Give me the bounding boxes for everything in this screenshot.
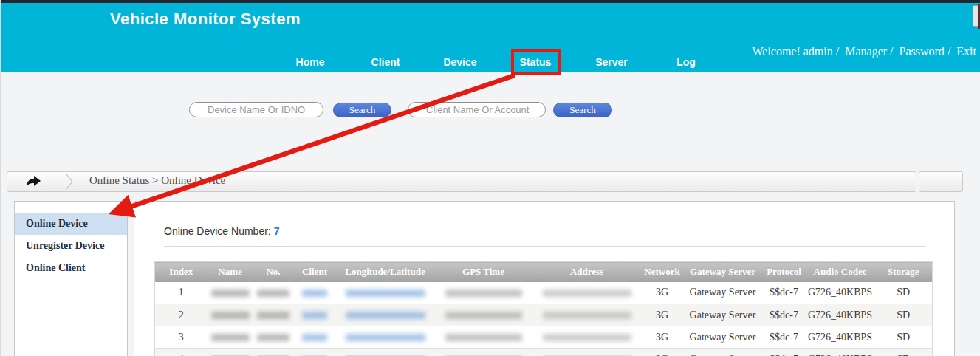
col-header-client: Client [294, 262, 336, 282]
table-row: 43GGateway Server$$dc-7G726_40KBPSSD [155, 349, 933, 356]
cell-name [208, 282, 253, 304]
cell-longitude_latitude [336, 304, 435, 326]
col-header-gateway_server: Gateway Server [683, 262, 763, 282]
cell-name [208, 326, 253, 349]
cell-network: 3G [642, 282, 683, 304]
redacted-longitude_latitude [346, 312, 425, 319]
device-search-input[interactable] [189, 102, 323, 117]
device-search-button[interactable]: Search [333, 103, 391, 117]
nav-item-status[interactable]: Status [520, 56, 552, 68]
cell-longitude_latitude [336, 282, 435, 304]
redacted-client[interactable] [302, 312, 327, 319]
col-header-audio_codec: Audio Codec [806, 262, 875, 282]
col-header-gps_time: GPS Time [435, 262, 532, 282]
cell-index: 3 [155, 326, 208, 349]
col-header-index: Index [155, 262, 208, 282]
cell-storage: SD [875, 304, 933, 326]
table-row: 23GGateway Server$$dc-7G726_40KBPSSD [155, 304, 933, 326]
cell-audio_codec: G726_40KBPS [806, 282, 875, 304]
nav-item-client[interactable]: Client [371, 56, 400, 68]
redacted-address [543, 290, 631, 297]
sidebar-item-unregister-device[interactable]: Unregister Device [15, 235, 127, 257]
app-title: Vehicle Monitor System [110, 10, 301, 29]
client-search-button[interactable]: Search [553, 103, 612, 117]
cell-gps_time [435, 304, 532, 326]
cell-no [253, 282, 294, 304]
main-nav: HomeClientDeviceStatusServerLog [1, 56, 980, 75]
client-search-input[interactable] [408, 102, 546, 117]
nav-item-device[interactable]: Device [443, 56, 476, 68]
cell-storage: SD [875, 282, 933, 304]
cell-network: 3G [642, 304, 683, 326]
breadcrumb-chevron-icon [64, 173, 75, 194]
cell-protocol: $$dc-7 [763, 282, 806, 304]
col-header-name: Name [208, 262, 253, 282]
cell-gateway_server: Gateway Server [683, 282, 763, 304]
cell-protocol: $$dc-7 [763, 349, 806, 356]
col-header-address: Address [532, 262, 642, 282]
redacted-gps_time [445, 290, 522, 297]
redacted-client[interactable] [302, 290, 327, 297]
redacted-gps_time [445, 312, 522, 319]
sidebar-spacer [15, 202, 127, 213]
cell-storage: SD [875, 349, 933, 356]
cell-address [532, 282, 642, 304]
cell-address [532, 304, 642, 326]
cell-client [294, 304, 336, 326]
redacted-address [543, 334, 631, 341]
cell-longitude_latitude [336, 349, 435, 356]
cell-gateway_server: Gateway Server [683, 349, 763, 356]
cell-address [532, 326, 642, 349]
redacted-no [257, 334, 289, 341]
cell-name [208, 349, 253, 356]
cell-network: 3G [642, 326, 683, 349]
cell-gps_time [435, 282, 532, 304]
cell-audio_codec: G726_40KBPS [806, 326, 875, 349]
cell-client [294, 326, 336, 349]
nav-item-home[interactable]: Home [296, 56, 325, 68]
cell-longitude_latitude [336, 326, 435, 349]
app-header: Vehicle Monitor System Welcome! admin / … [1, 3, 980, 72]
cell-name [208, 304, 253, 326]
count-label: Online Device Number: [164, 225, 274, 237]
cell-no [253, 304, 294, 326]
redacted-name [211, 290, 250, 297]
col-header-storage: Storage [875, 262, 933, 282]
cell-audio_codec: G726_40KBPS [806, 349, 875, 356]
redacted-client[interactable] [302, 334, 327, 341]
redacted-gps_time [445, 334, 522, 341]
redacted-name [211, 312, 250, 319]
redacted-longitude_latitude [346, 334, 425, 341]
cell-client [294, 282, 336, 304]
redacted-no [257, 290, 289, 297]
cell-audio_codec: G726_40KBPS [806, 304, 875, 326]
breadcrumb-right-segment[interactable] [919, 171, 963, 192]
breadcrumb: Online Status > Online Device [89, 174, 225, 187]
forward-arrow-icon[interactable] [25, 175, 41, 191]
col-header-no: No. [253, 262, 294, 282]
redacted-name [211, 334, 250, 341]
cell-index: 2 [155, 304, 208, 326]
cell-address [532, 349, 642, 356]
nav-item-log[interactable]: Log [676, 56, 696, 68]
cell-gateway_server: Gateway Server [683, 304, 763, 326]
cell-client [294, 349, 336, 356]
cell-storage: SD [875, 326, 933, 349]
cell-index: 4 [155, 349, 208, 356]
online-device-table: IndexNameNo.ClientLongitude/LatitudeGPS … [154, 261, 933, 356]
cell-gps_time [435, 326, 532, 349]
cell-network: 3G [642, 349, 683, 356]
table-row: 13GGateway Server$$dc-7G726_40KBPSSD [155, 282, 933, 304]
online-device-count-line: Online Device Number: 7 [164, 225, 279, 237]
sidebar: Online DeviceUnregister DeviceOnline Cli… [14, 201, 128, 356]
main-panel: Online Device Number: 7 IndexNameNo.Clie… [134, 201, 955, 356]
sidebar-item-online-client[interactable]: Online Client [15, 257, 127, 279]
nav-item-server[interactable]: Server [595, 56, 628, 68]
cell-gateway_server: Gateway Server [683, 326, 763, 349]
cell-no [253, 326, 294, 349]
cell-protocol: $$dc-7 [763, 304, 806, 326]
col-header-longitude_latitude: Longitude/Latitude [336, 262, 435, 282]
sidebar-item-online-device[interactable]: Online Device [15, 213, 127, 235]
page-root: Vehicle Monitor System Welcome! admin / … [0, 0, 980, 356]
cell-gps_time [435, 349, 532, 356]
